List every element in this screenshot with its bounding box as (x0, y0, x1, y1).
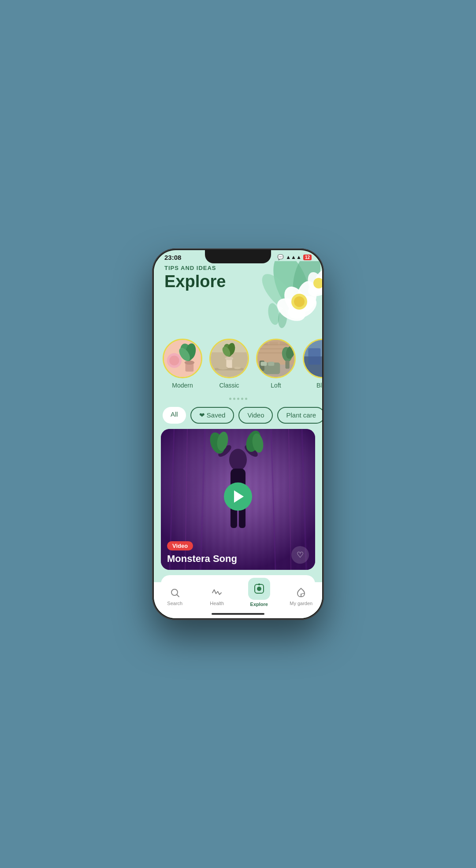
dots-indicator (154, 396, 322, 405)
svg-rect-38 (260, 342, 268, 345)
svg-point-22 (169, 355, 179, 365)
category-label-loft: Loft (271, 382, 281, 389)
svg-rect-50 (308, 348, 320, 364)
search-nav-icon (169, 587, 181, 599)
video-card[interactable]: Video Monstera Song ♡ (161, 429, 315, 570)
category-circle-loft (256, 339, 296, 378)
notch (205, 250, 271, 263)
health-nav-icon (211, 587, 223, 599)
home-indicator (212, 613, 264, 615)
svg-point-32 (234, 366, 241, 369)
category-circle-blue (303, 339, 322, 378)
category-loft[interactable]: Loft (256, 339, 296, 389)
battery-icon: 12 (303, 255, 312, 260)
category-circle-classic (209, 339, 249, 378)
svg-point-72 (257, 587, 261, 591)
whatsapp-icon: 💬 (277, 254, 284, 260)
svg-line-70 (177, 595, 179, 597)
phone-screen: 23:08 💬 ▲▲▲ 12 (154, 250, 322, 618)
flower-decoration (238, 261, 322, 336)
phone-frame: 23:08 💬 ▲▲▲ 12 (152, 248, 324, 620)
svg-rect-46 (260, 362, 267, 366)
category-classic[interactable]: Classic (209, 339, 249, 389)
filter-all[interactable]: All (163, 407, 186, 424)
category-blue[interactable]: Blue (303, 339, 322, 389)
screen-content: TIPS AND IDEAS Explore (154, 261, 322, 618)
category-circle-modern (163, 339, 202, 378)
nav-label-search: Search (167, 601, 182, 606)
filter-section: All ❤ Saved Video Plant care (154, 405, 322, 429)
svg-point-59 (229, 449, 247, 471)
svg-rect-45 (285, 360, 289, 369)
category-modern[interactable]: Modern (163, 339, 202, 389)
filter-saved[interactable]: ❤ Saved (190, 407, 234, 424)
svg-rect-39 (270, 342, 278, 345)
garden-nav-icon (295, 587, 307, 599)
header-area: TIPS AND IDEAS Explore (154, 261, 322, 332)
nav-label-explore: Explore (250, 602, 268, 607)
explore-nav-icon (248, 578, 270, 600)
svg-rect-47 (268, 362, 274, 366)
nav-search[interactable]: Search (154, 587, 196, 606)
video-badge: Video (167, 541, 193, 550)
play-button[interactable] (224, 482, 252, 510)
svg-rect-40 (280, 342, 290, 345)
svg-point-17 (185, 360, 194, 364)
nav-label-health: Health (210, 601, 224, 606)
filter-plant-care[interactable]: Plant care (277, 407, 322, 424)
nav-my-garden[interactable]: My garden (280, 587, 323, 606)
svg-point-31 (218, 366, 228, 369)
main-content: TIPS AND IDEAS Explore (154, 261, 322, 618)
category-label-classic: Classic (219, 382, 239, 389)
svg-point-26 (225, 357, 234, 360)
svg-rect-73 (258, 584, 260, 585)
category-label-modern: Modern (172, 382, 193, 389)
categories-scroll: Modern (163, 339, 322, 389)
nav-label-garden: My garden (290, 601, 312, 606)
nav-explore[interactable]: Explore (238, 587, 280, 607)
nav-health[interactable]: Health (196, 587, 238, 606)
heart-icon: ♡ (297, 550, 304, 560)
play-icon (234, 490, 244, 502)
svg-point-10 (294, 296, 305, 307)
signal-icon: ▲▲▲ (286, 254, 301, 260)
categories-section: Modern (154, 332, 322, 396)
status-time: 23:08 (164, 254, 181, 261)
heart-button[interactable]: ♡ (291, 546, 309, 564)
bottom-nav: Search Health (154, 582, 322, 618)
status-icons: 💬 ▲▲▲ 12 (277, 254, 312, 260)
filter-video[interactable]: Video (238, 407, 273, 424)
video-title: Monstera Song (167, 553, 309, 565)
category-label-blue: Blue (316, 382, 322, 389)
